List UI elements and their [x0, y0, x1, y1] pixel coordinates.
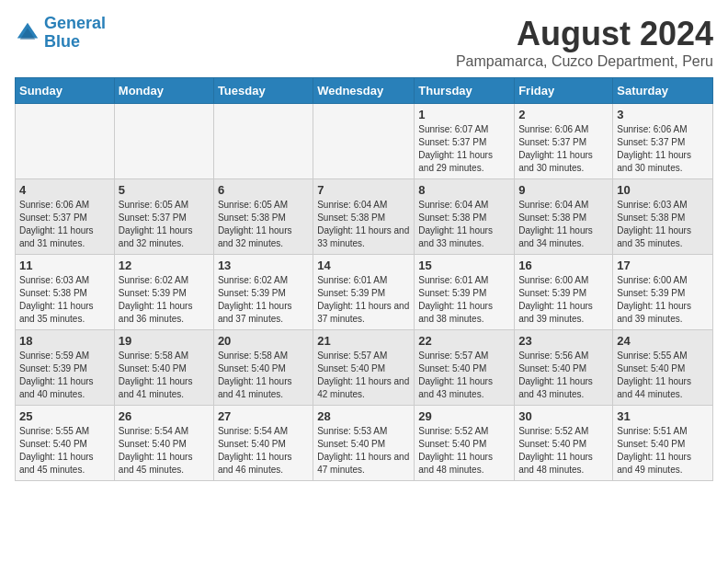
calendar-cell: 1Sunrise: 6:07 AM Sunset: 5:37 PM Daylig…: [415, 104, 515, 179]
calendar-cell: 14Sunrise: 6:01 AM Sunset: 5:39 PM Dayli…: [313, 255, 415, 330]
day-number: 13: [218, 259, 309, 272]
calendar-cell: 20Sunrise: 5:58 AM Sunset: 5:40 PM Dayli…: [213, 330, 313, 406]
day-number: 15: [418, 259, 510, 272]
calendar-cell: 25Sunrise: 5:55 AM Sunset: 5:40 PM Dayli…: [16, 406, 115, 481]
calendar-cell: 8Sunrise: 6:04 AM Sunset: 5:38 PM Daylig…: [415, 179, 515, 255]
header-cell-saturday: Saturday: [613, 78, 713, 104]
header-cell-wednesday: Wednesday: [313, 78, 415, 104]
calendar-cell: 15Sunrise: 6:01 AM Sunset: 5:39 PM Dayli…: [415, 255, 515, 330]
day-info: Sunrise: 6:06 AM Sunset: 5:37 PM Dayligh…: [19, 199, 110, 250]
day-number: 27: [218, 409, 309, 423]
day-info: Sunrise: 6:01 AM Sunset: 5:39 PM Dayligh…: [418, 274, 510, 326]
day-number: 2: [518, 108, 609, 121]
day-info: Sunrise: 5:53 AM Sunset: 5:40 PM Dayligh…: [317, 425, 410, 477]
day-number: 11: [19, 259, 110, 272]
calendar-cell: [16, 104, 115, 179]
day-info: Sunrise: 5:57 AM Sunset: 5:40 PM Dayligh…: [317, 350, 410, 401]
day-info: Sunrise: 6:02 AM Sunset: 5:39 PM Dayligh…: [218, 274, 309, 326]
calendar-cell: 18Sunrise: 5:59 AM Sunset: 5:39 PM Dayli…: [16, 330, 115, 406]
logo-blue: Blue: [44, 32, 80, 51]
day-info: Sunrise: 6:02 AM Sunset: 5:39 PM Dayligh…: [119, 274, 210, 326]
day-number: 18: [19, 334, 110, 348]
calendar-cell: 26Sunrise: 5:54 AM Sunset: 5:40 PM Dayli…: [114, 406, 213, 481]
logo-general: General: [44, 14, 106, 32]
calendar-cell: 6Sunrise: 6:05 AM Sunset: 5:38 PM Daylig…: [213, 179, 313, 255]
calendar-cell: 9Sunrise: 6:04 AM Sunset: 5:38 PM Daylig…: [515, 179, 613, 255]
day-number: 4: [19, 183, 110, 197]
calendar-cell: 11Sunrise: 6:03 AM Sunset: 5:38 PM Dayli…: [16, 255, 115, 330]
day-info: Sunrise: 5:55 AM Sunset: 5:40 PM Dayligh…: [617, 350, 709, 401]
calendar-cell: 10Sunrise: 6:03 AM Sunset: 5:38 PM Dayli…: [613, 179, 713, 255]
day-info: Sunrise: 6:07 AM Sunset: 5:37 PM Dayligh…: [418, 123, 510, 175]
calendar-cell: 29Sunrise: 5:52 AM Sunset: 5:40 PM Dayli…: [415, 406, 515, 481]
header: General Blue August 2024 Pampamarca, Cuz…: [15, 15, 713, 70]
calendar-cell: 16Sunrise: 6:00 AM Sunset: 5:39 PM Dayli…: [515, 255, 613, 330]
day-info: Sunrise: 5:52 AM Sunset: 5:40 PM Dayligh…: [418, 425, 510, 477]
day-number: 17: [617, 259, 709, 272]
week-row-4: 18Sunrise: 5:59 AM Sunset: 5:39 PM Dayli…: [16, 330, 713, 406]
day-number: 1: [418, 108, 510, 121]
day-number: 19: [119, 334, 210, 348]
day-info: Sunrise: 6:00 AM Sunset: 5:39 PM Dayligh…: [617, 274, 709, 326]
day-number: 16: [518, 259, 609, 272]
day-number: 26: [119, 409, 210, 423]
day-number: 7: [317, 183, 410, 197]
calendar-cell: 30Sunrise: 5:52 AM Sunset: 5:40 PM Dayli…: [515, 406, 613, 481]
calendar-cell: 5Sunrise: 6:05 AM Sunset: 5:37 PM Daylig…: [114, 179, 213, 255]
day-info: Sunrise: 5:54 AM Sunset: 5:40 PM Dayligh…: [218, 425, 309, 477]
calendar-cell: 24Sunrise: 5:55 AM Sunset: 5:40 PM Dayli…: [613, 330, 713, 406]
day-info: Sunrise: 6:00 AM Sunset: 5:39 PM Dayligh…: [518, 274, 609, 326]
week-row-1: 1Sunrise: 6:07 AM Sunset: 5:37 PM Daylig…: [16, 104, 713, 179]
day-number: 31: [617, 409, 709, 423]
day-number: 22: [418, 334, 510, 348]
logo: General Blue: [15, 15, 106, 52]
day-number: 8: [418, 183, 510, 197]
day-number: 21: [317, 334, 410, 348]
week-row-2: 4Sunrise: 6:06 AM Sunset: 5:37 PM Daylig…: [16, 179, 713, 255]
calendar-cell: 4Sunrise: 6:06 AM Sunset: 5:37 PM Daylig…: [16, 179, 115, 255]
header-cell-sunday: Sunday: [16, 78, 115, 104]
day-number: 3: [617, 108, 709, 121]
day-info: Sunrise: 6:04 AM Sunset: 5:38 PM Dayligh…: [518, 199, 609, 250]
day-info: Sunrise: 5:55 AM Sunset: 5:40 PM Dayligh…: [19, 425, 110, 477]
calendar-cell: 17Sunrise: 6:00 AM Sunset: 5:39 PM Dayli…: [613, 255, 713, 330]
calendar-cell: 3Sunrise: 6:06 AM Sunset: 5:37 PM Daylig…: [613, 104, 713, 179]
day-number: 6: [218, 183, 309, 197]
calendar-cell: 22Sunrise: 5:57 AM Sunset: 5:40 PM Dayli…: [415, 330, 515, 406]
day-info: Sunrise: 6:03 AM Sunset: 5:38 PM Dayligh…: [617, 199, 709, 250]
day-info: Sunrise: 6:04 AM Sunset: 5:38 PM Dayligh…: [418, 199, 510, 250]
day-info: Sunrise: 6:06 AM Sunset: 5:37 PM Dayligh…: [617, 123, 709, 175]
day-info: Sunrise: 5:54 AM Sunset: 5:40 PM Dayligh…: [119, 425, 210, 477]
day-info: Sunrise: 5:56 AM Sunset: 5:40 PM Dayligh…: [518, 350, 609, 401]
day-number: 5: [119, 183, 210, 197]
day-info: Sunrise: 5:57 AM Sunset: 5:40 PM Dayligh…: [418, 350, 510, 401]
header-cell-monday: Monday: [114, 78, 213, 104]
calendar-cell: [313, 104, 415, 179]
day-info: Sunrise: 6:01 AM Sunset: 5:39 PM Dayligh…: [317, 274, 410, 326]
header-cell-tuesday: Tuesday: [213, 78, 313, 104]
day-number: 29: [418, 409, 510, 423]
day-number: 25: [19, 409, 110, 423]
day-info: Sunrise: 5:51 AM Sunset: 5:40 PM Dayligh…: [617, 425, 709, 477]
page-subtitle: Pampamarca, Cuzco Department, Peru: [456, 53, 713, 70]
calendar-cell: 21Sunrise: 5:57 AM Sunset: 5:40 PM Dayli…: [313, 330, 415, 406]
day-number: 30: [518, 409, 609, 423]
calendar-cell: [213, 104, 313, 179]
week-row-3: 11Sunrise: 6:03 AM Sunset: 5:38 PM Dayli…: [16, 255, 713, 330]
day-info: Sunrise: 5:59 AM Sunset: 5:39 PM Dayligh…: [19, 350, 110, 401]
calendar-cell: 19Sunrise: 5:58 AM Sunset: 5:40 PM Dayli…: [114, 330, 213, 406]
calendar-cell: 13Sunrise: 6:02 AM Sunset: 5:39 PM Dayli…: [213, 255, 313, 330]
calendar-cell: 23Sunrise: 5:56 AM Sunset: 5:40 PM Dayli…: [515, 330, 613, 406]
day-info: Sunrise: 5:52 AM Sunset: 5:40 PM Dayligh…: [518, 425, 609, 477]
day-number: 14: [317, 259, 410, 272]
header-cell-thursday: Thursday: [415, 78, 515, 104]
calendar-cell: 31Sunrise: 5:51 AM Sunset: 5:40 PM Dayli…: [613, 406, 713, 481]
page-title: August 2024: [456, 15, 713, 53]
title-section: August 2024 Pampamarca, Cuzco Department…: [456, 15, 713, 70]
calendar-table: SundayMondayTuesdayWednesdayThursdayFrid…: [15, 77, 713, 481]
calendar-header: SundayMondayTuesdayWednesdayThursdayFrid…: [16, 78, 713, 104]
day-info: Sunrise: 6:06 AM Sunset: 5:37 PM Dayligh…: [518, 123, 609, 175]
logo-text: General Blue: [44, 15, 106, 52]
calendar-cell: 7Sunrise: 6:04 AM Sunset: 5:38 PM Daylig…: [313, 179, 415, 255]
day-number: 12: [119, 259, 210, 272]
